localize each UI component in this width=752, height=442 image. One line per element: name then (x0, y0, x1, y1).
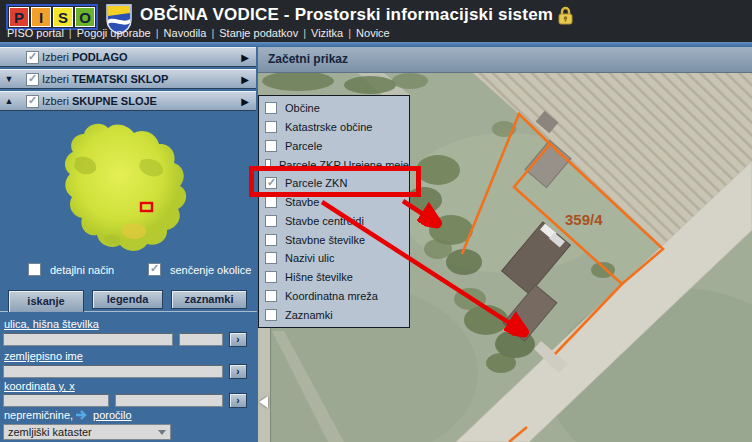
layer-checkbox[interactable] (265, 159, 271, 171)
layer-checkbox[interactable] (265, 140, 277, 152)
detail-mode-label: detajlni način (50, 264, 114, 276)
shading-label: senčenje okolice (170, 264, 251, 276)
layer-row-stavbe[interactable]: Stavbe (259, 193, 409, 212)
layer-checkbox[interactable] (265, 196, 277, 208)
report-link[interactable]: poročilo (93, 409, 132, 421)
layer-checkbox[interactable] (265, 215, 277, 227)
menu-item-piso-portal[interactable]: PISO portal (7, 27, 64, 39)
detail-mode-checkbox[interactable] (28, 263, 41, 276)
chevron-down-icon (158, 430, 166, 435)
layer-row-parcele[interactable]: Parcele (259, 137, 409, 156)
expand-right-icon[interactable]: ▶ (241, 52, 249, 63)
collapse-sidebar-handle[interactable] (259, 396, 268, 408)
layer-row-koordinatna-mreza[interactable]: Koordinatna mreža (259, 287, 409, 306)
tab-zaznamki[interactable]: zaznamki (171, 290, 247, 309)
layer-row-hisne-stevilke[interactable]: Hišne številke (259, 268, 409, 287)
layer-row-obcine[interactable]: Občine (259, 99, 409, 118)
layer-row-nazivi-ulic[interactable]: Nazivi ulic (259, 249, 409, 268)
collapse-up-icon[interactable]: ▲ (0, 96, 18, 106)
logo-letter-o: O (75, 7, 95, 27)
house-number-input[interactable] (179, 333, 223, 346)
page-title: OBČINA VODICE - Prostorski informacijski… (140, 5, 553, 25)
logo-letter-i: I (31, 7, 51, 27)
street-search-button[interactable]: › (229, 332, 247, 347)
parcel-number-label: 359/4 (565, 211, 603, 228)
layer-checkbox[interactable] (265, 102, 277, 114)
layer-checkbox[interactable] (265, 234, 277, 246)
panel-header-skupne-sloje[interactable]: ▲ Izberi SKUPNE SLOJE ▶ (0, 91, 256, 111)
layers-panel: Občine Katastrske občine Parcele Parcele… (258, 95, 410, 328)
street-input[interactable] (3, 333, 173, 346)
layer-checkbox[interactable] (265, 252, 277, 264)
report-arrow-icon (76, 410, 90, 420)
street-search-label[interactable]: ulica, hišna številka (4, 318, 99, 330)
panel-checkbox-skupni[interactable] (26, 95, 39, 108)
tab-iskanje[interactable]: iskanje (8, 290, 84, 312)
tab-legenda[interactable]: legenda (92, 290, 163, 309)
layer-checkbox[interactable] (265, 309, 277, 321)
cadastre-select[interactable]: zemljiški kataster (3, 424, 171, 440)
panel-header-podlago[interactable]: Izberi PODLAGO ▶ (0, 47, 256, 67)
sidebar: Izberi PODLAGO ▶ ▼ Izberi TEMATSKI SKLOP… (0, 47, 257, 442)
overview-map[interactable] (46, 118, 211, 260)
panel-checkbox-tematski[interactable] (26, 73, 39, 86)
menu-item-novice[interactable]: Novice (356, 27, 390, 39)
layer-row-stavbe-centroidi[interactable]: Stavbe centroidi (259, 212, 409, 231)
geoname-input[interactable] (3, 365, 223, 378)
geoname-search-button[interactable]: › (229, 364, 247, 379)
lock-icon (557, 5, 574, 25)
map-toolbar: Začetni prikaz (258, 47, 752, 73)
logo-letter-s: S (53, 7, 73, 27)
layer-checkbox[interactable] (265, 290, 277, 302)
collapse-down-icon[interactable]: ▼ (0, 74, 18, 84)
menu-item-stanje-podatkov[interactable]: Stanje podatkov (219, 27, 298, 39)
top-menu: PISO portal| Pogoji uporabe| Navodila| S… (7, 27, 390, 39)
top-header: P I S O OBČINA VODICE - Prostorski infor… (0, 0, 752, 42)
layer-row-parcele-zkp[interactable]: Parcele ZKP Urejene meje (259, 155, 409, 174)
app-root: P I S O OBČINA VODICE - Prostorski infor… (0, 0, 752, 442)
expand-right-icon[interactable]: ▶ (241, 96, 249, 107)
layer-checkbox[interactable] (265, 271, 277, 283)
realestate-label: nepremičnine, (4, 409, 73, 421)
coordinate-search-label[interactable]: koordinata y, x (4, 380, 75, 392)
expand-right-icon[interactable]: ▶ (241, 74, 249, 85)
logo-letter-p: P (9, 7, 29, 27)
map-view-title: Začetni prikaz (268, 47, 752, 72)
menu-item-vizitka[interactable]: Vizitka (311, 27, 343, 39)
panel-header-tematski-sklop[interactable]: ▼ Izberi TEMATSKI SKLOP ▶ (0, 69, 256, 89)
geoname-search-label[interactable]: zemljepisno ime (4, 350, 83, 362)
menu-item-navodila[interactable]: Navodila (164, 27, 207, 39)
layer-checkbox[interactable] (265, 177, 277, 189)
coordinate-y-input[interactable] (3, 394, 109, 407)
coordinate-x-input[interactable] (115, 394, 223, 407)
layer-row-katastrske-obcine[interactable]: Katastrske občine (259, 118, 409, 137)
shading-checkbox[interactable] (148, 263, 161, 276)
layer-row-zaznamki[interactable]: Zaznamki (259, 305, 409, 324)
coordinate-search-button[interactable]: › (229, 393, 247, 408)
layer-row-stavbne-stevilke[interactable]: Stavbne številke (259, 230, 409, 249)
layer-checkbox[interactable] (265, 121, 277, 133)
layer-row-parcele-zkn[interactable]: Parcele ZKN (259, 174, 409, 193)
panel-checkbox-podlago[interactable] (26, 51, 39, 64)
menu-item-pogoji-uporabe[interactable]: Pogoji uporabe (77, 27, 151, 39)
